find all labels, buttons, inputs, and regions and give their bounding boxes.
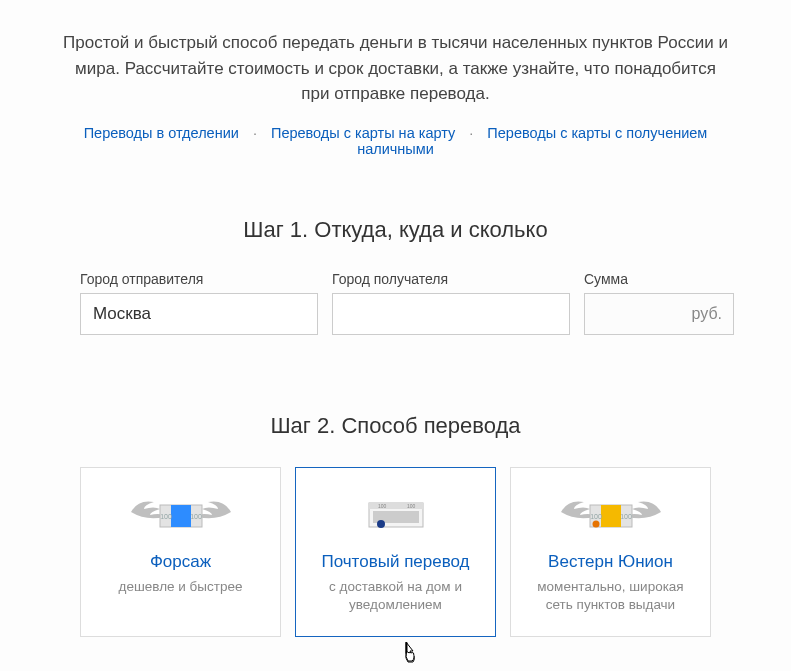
svg-text:100: 100 — [620, 513, 632, 520]
nav-link-branch[interactable]: Переводы в отделении — [84, 125, 239, 141]
svg-text:100: 100 — [407, 503, 416, 509]
svg-rect-11 — [601, 505, 621, 527]
svg-text:100: 100 — [190, 513, 202, 520]
method-subtitle: дешевле и быстрее — [119, 578, 243, 597]
winged-money-blue-icon: 100 100 — [126, 484, 236, 540]
recipient-city-label: Город получателя — [332, 271, 570, 287]
method-subtitle: с доставкой на дом и уведомлением — [310, 578, 481, 616]
method-title: Форсаж — [150, 552, 211, 572]
separator-dot: · — [469, 125, 473, 141]
nav-links: Переводы в отделении · Переводы с карты … — [50, 125, 741, 157]
sum-label: Сумма — [584, 271, 734, 287]
sender-city-label: Город отправителя — [80, 271, 318, 287]
step2-title: Шаг 2. Способ перевода — [50, 413, 741, 439]
methods-row: 100 100 Форсаж дешевле и быстрее 100 100… — [50, 467, 741, 637]
step1-form: Город отправителя Город получателя Сумма… — [50, 271, 741, 335]
step1-title: Шаг 1. Откуда, куда и сколько — [50, 217, 741, 243]
method-card-western-union[interactable]: 100 100 Вестерн Юнион моментально, широк… — [510, 467, 711, 637]
recipient-city-input[interactable] — [332, 293, 570, 335]
method-card-forsazh[interactable]: 100 100 Форсаж дешевле и быстрее — [80, 467, 281, 637]
pointer-cursor-icon — [400, 640, 420, 664]
intro-text: Простой и быстрый способ передать деньги… — [50, 30, 741, 107]
separator-dot: · — [253, 125, 257, 141]
method-title: Вестерн Юнион — [548, 552, 673, 572]
sender-city-input[interactable] — [80, 293, 318, 335]
nav-link-card2card[interactable]: Переводы с карты на карту — [271, 125, 455, 141]
svg-point-14 — [592, 520, 599, 527]
method-subtitle: моментально, широкая сеть пунктов выдачи — [525, 578, 696, 616]
svg-point-9 — [377, 520, 385, 528]
method-title: Почтовый перевод — [321, 552, 469, 572]
method-card-postal[interactable]: 100 100 Почтовый перевод с доставкой на … — [295, 467, 496, 637]
currency-label: руб. — [691, 305, 722, 323]
money-slot-icon: 100 100 — [351, 484, 441, 540]
svg-rect-1 — [171, 505, 191, 527]
svg-text:100: 100 — [378, 503, 387, 509]
svg-text:100: 100 — [590, 513, 602, 520]
winged-money-yellow-icon: 100 100 — [556, 484, 666, 540]
svg-text:100: 100 — [160, 513, 172, 520]
